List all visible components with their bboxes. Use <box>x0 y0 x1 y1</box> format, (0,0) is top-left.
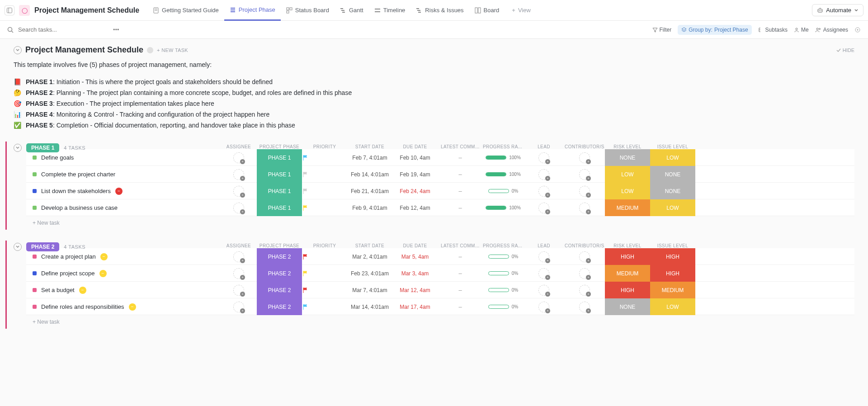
column-header[interactable]: START DATE <box>347 144 392 149</box>
status-square[interactable] <box>33 255 37 259</box>
risk-level-cell[interactable]: LOW <box>605 183 650 199</box>
priority-cell[interactable] <box>302 270 347 277</box>
status-square[interactable] <box>33 172 37 176</box>
risk-level-cell[interactable]: LOW <box>605 166 650 183</box>
subtasks-button[interactable]: Subtasks <box>758 27 788 33</box>
contributors-cell[interactable] <box>564 302 605 312</box>
automate-button[interactable]: Automate <box>812 4 863 16</box>
due-date-cell[interactable]: Mar 5, 4am <box>392 254 438 260</box>
progress-cell[interactable]: 100% <box>483 205 524 210</box>
me-button[interactable]: Me <box>794 27 809 33</box>
column-header[interactable]: LEAD <box>524 144 564 149</box>
priority-cell[interactable] <box>302 205 347 211</box>
tab-status-board[interactable]: Status Board <box>281 0 335 20</box>
tab-getting-started-guide[interactable]: Getting Started Guide <box>147 0 224 20</box>
phase-cell[interactable]: PHASE 2 <box>257 282 302 298</box>
phase-cell[interactable]: PHASE 2 <box>257 248 302 265</box>
group-collapse-toggle[interactable] <box>14 243 22 251</box>
due-date-cell[interactable]: Mar 12, 4am <box>392 287 438 293</box>
assignee-cell[interactable] <box>221 203 257 213</box>
assignee-cell[interactable] <box>221 186 257 197</box>
add-view-button[interactable]: + View <box>506 0 536 20</box>
task-row[interactable]: Define project scope−PHASE 2Feb 23, 4:01… <box>26 265 854 282</box>
new-task-button[interactable]: + NEW TASK <box>157 47 188 53</box>
task-row[interactable]: Set a budget−PHASE 2Mar 7, 4:01amMar 12,… <box>26 282 854 298</box>
progress-cell[interactable]: 0% <box>483 254 524 259</box>
group-collapse-toggle[interactable] <box>14 144 22 152</box>
progress-cell[interactable]: 0% <box>483 304 524 309</box>
column-header[interactable]: LATEST COMM… <box>438 243 483 248</box>
start-date-cell[interactable]: Mar 14, 4:01am <box>347 304 392 310</box>
phase-cell[interactable]: PHASE 1 <box>257 166 302 183</box>
latest-comment-cell[interactable]: – <box>438 303 483 310</box>
issue-level-cell[interactable]: HIGH <box>650 265 695 282</box>
assignee-cell[interactable] <box>221 152 257 163</box>
phase-cell[interactable]: PHASE 1 <box>257 149 302 166</box>
lead-cell[interactable] <box>524 285 564 296</box>
issue-level-cell[interactable]: NONE <box>650 183 695 199</box>
risk-level-cell[interactable]: MEDIUM <box>605 199 650 216</box>
info-icon[interactable] <box>147 47 153 53</box>
latest-comment-cell[interactable]: – <box>438 253 483 260</box>
lead-cell[interactable] <box>524 251 564 262</box>
tab-board[interactable]: Board <box>469 0 505 20</box>
progress-cell[interactable]: 100% <box>483 155 524 160</box>
issue-level-cell[interactable]: LOW <box>650 298 695 315</box>
lead-cell[interactable] <box>524 268 564 279</box>
status-square[interactable] <box>33 305 37 309</box>
lead-cell[interactable] <box>524 186 564 197</box>
tab-project-phase[interactable]: Project Phase <box>224 0 281 21</box>
start-date-cell[interactable]: Feb 21, 4:01am <box>347 188 392 194</box>
phase-cell[interactable]: PHASE 2 <box>257 298 302 315</box>
group-by-button[interactable]: Group by: Project Phase <box>678 25 751 35</box>
progress-cell[interactable]: 0% <box>483 189 524 194</box>
phase-cell[interactable]: PHASE 1 <box>257 199 302 216</box>
issue-level-cell[interactable]: LOW <box>650 199 695 216</box>
column-header[interactable]: ISSUE LEVEL <box>650 144 695 149</box>
column-header[interactable]: PROGRESS RATE <box>483 243 524 248</box>
priority-cell[interactable] <box>302 254 347 260</box>
contributors-cell[interactable] <box>564 152 605 163</box>
progress-cell[interactable]: 0% <box>483 288 524 293</box>
status-square[interactable] <box>33 189 37 193</box>
status-square[interactable] <box>33 156 37 160</box>
progress-cell[interactable]: 100% <box>483 172 524 177</box>
sidebar-toggle[interactable] <box>5 5 14 15</box>
search-input[interactable] <box>18 26 108 33</box>
assignees-button[interactable]: Assignees <box>815 27 848 33</box>
collapse-toggle[interactable] <box>14 46 22 54</box>
column-header[interactable]: CONTRIBUTOR/S <box>564 243 605 248</box>
task-row[interactable]: List down the stakeholders−PHASE 1Feb 21… <box>26 183 854 199</box>
contributors-cell[interactable] <box>564 268 605 279</box>
phase-cell[interactable]: PHASE 1 <box>257 183 302 199</box>
contributors-cell[interactable] <box>564 169 605 180</box>
column-header[interactable]: RISK LEVEL <box>605 243 650 248</box>
column-header[interactable]: DUE DATE <box>392 144 438 149</box>
column-header[interactable]: RISK LEVEL <box>605 144 650 149</box>
risk-level-cell[interactable]: NONE <box>605 298 650 315</box>
progress-cell[interactable]: 0% <box>483 271 524 276</box>
lead-cell[interactable] <box>524 169 564 180</box>
task-row[interactable]: Define goalsPHASE 1Feb 7, 4:01amFeb 10, … <box>26 149 854 166</box>
priority-cell[interactable] <box>302 188 347 194</box>
start-date-cell[interactable]: Feb 14, 4:01am <box>347 171 392 178</box>
column-header[interactable]: LEAD <box>524 243 564 248</box>
start-date-cell[interactable]: Feb 23, 4:01am <box>347 270 392 277</box>
lead-cell[interactable] <box>524 302 564 312</box>
issue-level-cell[interactable]: HIGH <box>650 248 695 265</box>
contributors-cell[interactable] <box>564 186 605 197</box>
start-date-cell[interactable]: Feb 7, 4:01am <box>347 155 392 161</box>
latest-comment-cell[interactable]: – <box>438 154 483 161</box>
column-header[interactable]: PRIORITY <box>302 144 347 149</box>
assignee-cell[interactable] <box>221 268 257 279</box>
settings-icon[interactable] <box>854 27 861 33</box>
column-header[interactable]: CONTRIBUTOR/S <box>564 144 605 149</box>
start-date-cell[interactable]: Mar 7, 4:01am <box>347 287 392 293</box>
due-date-cell[interactable]: Mar 3, 4am <box>392 270 438 277</box>
risk-level-cell[interactable]: MEDIUM <box>605 265 650 282</box>
hide-button[interactable]: HIDE <box>836 47 854 53</box>
due-date-cell[interactable]: Feb 12, 4am <box>392 205 438 211</box>
due-date-cell[interactable]: Feb 19, 4am <box>392 171 438 178</box>
assignee-cell[interactable] <box>221 169 257 180</box>
priority-cell[interactable] <box>302 287 347 293</box>
